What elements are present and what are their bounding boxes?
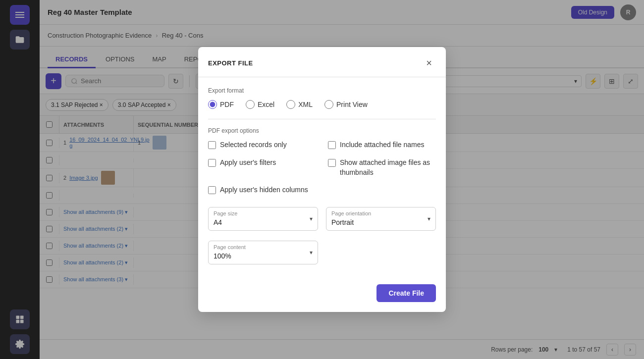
page-content-group: Page content 100% 75% 50% ▾	[208, 241, 318, 264]
radio-xml-label: XML	[298, 101, 313, 108]
modal-header: EXPORT FILE ×	[198, 47, 446, 77]
export-modal: EXPORT FILE × Export format PDF Excel	[198, 47, 446, 311]
modal-close-button[interactable]: ×	[422, 56, 436, 70]
page-orientation-group: Page orientation Portrait Landscape ▾	[326, 207, 436, 231]
checkbox-selected-only-label: Selected records only	[220, 140, 287, 150]
checkbox-hidden-columns-input[interactable]	[208, 186, 216, 194]
page-orientation-label: Page orientation	[326, 207, 435, 217]
modal-footer: Create File	[198, 284, 446, 312]
radio-pdf[interactable]: PDF	[208, 100, 234, 109]
checkbox-show-thumbnails[interactable]: Show attached image files as thumbnails	[328, 158, 436, 177]
export-format-label: Export format	[208, 87, 436, 94]
page-content-label: Page content	[209, 241, 318, 251]
page-size-select[interactable]: A4 A3 Letter Legal	[209, 217, 318, 230]
page-orientation-dropdown[interactable]: Page orientation Portrait Landscape ▾	[326, 207, 436, 231]
checkbox-hidden-columns[interactable]: Apply user's hidden columns	[208, 185, 316, 195]
export-format-group: PDF Excel XML Print View	[208, 100, 436, 109]
dropdowns-row-1: Page size A4 A3 Letter Legal ▾	[208, 207, 436, 231]
radio-xml[interactable]: XML	[286, 100, 313, 109]
modal-body: Export format PDF Excel XML	[198, 77, 446, 284]
page-content-dropdown[interactable]: Page content 100% 75% 50% ▾	[208, 241, 318, 264]
checkbox-selected-only-input[interactable]	[208, 141, 216, 149]
checkbox-apply-filters[interactable]: Apply user's filters	[208, 158, 316, 177]
page-size-label: Page size	[209, 207, 318, 217]
checkbox-include-files[interactable]: Include attached file names	[328, 140, 436, 150]
pdf-options-grid: Selected records only Include attached f…	[208, 140, 436, 195]
modal-overlay: EXPORT FILE × Export format PDF Excel	[0, 0, 644, 359]
pdf-options-label: PDF export options	[208, 127, 436, 134]
radio-print-label: Print View	[336, 101, 368, 108]
radio-print[interactable]: Print View	[324, 100, 368, 109]
checkbox-apply-filters-input[interactable]	[208, 159, 216, 167]
page-orientation-select[interactable]: Portrait Landscape	[326, 217, 435, 230]
radio-excel-input[interactable]	[246, 100, 255, 109]
radio-xml-input[interactable]	[286, 100, 295, 109]
radio-excel[interactable]: Excel	[246, 100, 274, 109]
page-size-group: Page size A4 A3 Letter Legal ▾	[208, 207, 318, 231]
checkbox-include-files-label: Include attached file names	[340, 140, 424, 150]
radio-pdf-label: PDF	[220, 101, 234, 108]
dropdowns-row-2: Page content 100% 75% 50% ▾	[208, 241, 436, 264]
section-divider	[208, 119, 436, 119]
checkbox-show-thumbnails-label: Show attached image files as thumbnails	[340, 158, 436, 177]
radio-pdf-input[interactable]	[208, 100, 217, 109]
page-content-select[interactable]: 100% 75% 50%	[209, 251, 318, 264]
create-file-button[interactable]: Create File	[376, 284, 436, 302]
checkbox-selected-only[interactable]: Selected records only	[208, 140, 316, 150]
radio-excel-label: Excel	[258, 101, 274, 108]
modal-title: EXPORT FILE	[208, 59, 253, 67]
radio-print-input[interactable]	[324, 100, 333, 109]
page-size-dropdown[interactable]: Page size A4 A3 Letter Legal ▾	[208, 207, 318, 231]
checkbox-include-files-input[interactable]	[328, 141, 336, 149]
checkbox-apply-filters-label: Apply user's filters	[220, 158, 276, 168]
checkbox-show-thumbnails-input[interactable]	[328, 159, 336, 167]
checkbox-hidden-columns-label: Apply user's hidden columns	[220, 185, 308, 195]
